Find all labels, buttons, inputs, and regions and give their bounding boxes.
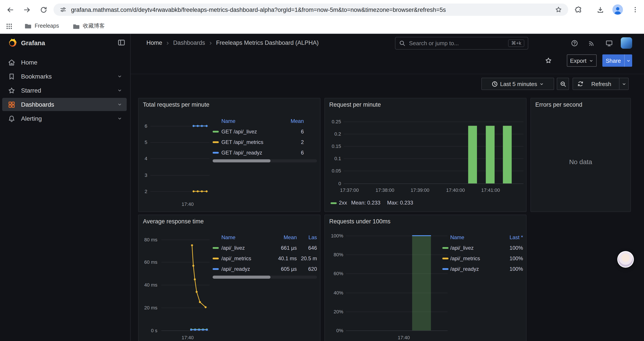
refresh-button[interactable]: Refresh: [572, 78, 629, 90]
url-text[interactable]: grafana.mathmast.com/d/deytv4rwavabkb/fr…: [71, 6, 550, 13]
profile-avatar[interactable]: [612, 4, 624, 15]
legend-header-last[interactable]: Las: [297, 234, 317, 240]
y-tick: 40%: [325, 290, 343, 295]
chevron-down-icon[interactable]: [117, 102, 122, 107]
y-tick: 4: [138, 156, 147, 161]
bookmark-blog[interactable]: 收藏博客: [73, 22, 105, 30]
legend-header-name[interactable]: Name: [450, 234, 499, 240]
search-icon: [399, 40, 406, 47]
help-icon[interactable]: [571, 40, 578, 47]
grafana-logo[interactable]: [6, 38, 18, 49]
chevron-down-icon[interactable]: [117, 88, 122, 93]
baseline: [161, 330, 210, 331]
bookmark-freeleaps[interactable]: Freeleaps: [24, 22, 59, 30]
y-tick: 60 ms: [138, 259, 158, 265]
monitor-icon[interactable]: [606, 40, 613, 47]
panel-title[interactable]: Average response time: [143, 218, 204, 225]
scrollbar-thumb[interactable]: [212, 159, 270, 162]
breadcrumb-home[interactable]: Home: [146, 40, 162, 47]
x-tick: 17:40: [395, 335, 412, 340]
legend-header-name[interactable]: Name: [222, 118, 281, 124]
legend-table: Name Mean GET /api/_livez 6 GET /api/_me…: [212, 116, 317, 158]
back-button[interactable]: [4, 4, 16, 15]
bookmark-star-icon[interactable]: [555, 6, 562, 13]
time-range-picker[interactable]: Last 5 minutes: [481, 78, 554, 90]
sidebar-item-home[interactable]: Home: [2, 56, 127, 69]
series-name[interactable]: /api/_readyz: [450, 266, 499, 272]
series-chip: [442, 268, 448, 270]
downloads-icon[interactable]: [594, 4, 606, 15]
series-last: 100%: [499, 266, 523, 272]
sidebar-item-starred[interactable]: Starred: [2, 84, 127, 97]
panel-title[interactable]: Errors per second: [535, 101, 582, 108]
panel-title[interactable]: Requests under 100ms: [329, 218, 390, 225]
legend-header-row: Name Last *: [442, 232, 523, 243]
apps-grid-icon[interactable]: [6, 23, 13, 30]
series-name[interactable]: /api/_metrics: [450, 255, 499, 261]
rss-news-icon[interactable]: [588, 40, 595, 47]
share-button[interactable]: Share: [602, 55, 632, 67]
legend-header-last[interactable]: Last *: [499, 234, 523, 240]
user-avatar[interactable]: [621, 37, 632, 49]
brand-name: Grafana: [21, 40, 45, 47]
panel-title[interactable]: Total requests per minute: [143, 101, 209, 108]
y-tick: 0.15: [325, 144, 341, 149]
legend-header-mean[interactable]: Mean: [275, 234, 297, 240]
chevron-down-icon[interactable]: [117, 74, 122, 79]
y-tick: 0.25: [325, 119, 341, 124]
x-tick: 17:39:00: [410, 187, 430, 193]
legend-header-name[interactable]: Name: [222, 234, 275, 240]
sidebar-item-dashboards[interactable]: Dashboards: [2, 98, 127, 111]
zoom-out-icon: [560, 81, 566, 87]
refresh-label: Refresh: [584, 81, 619, 87]
refresh-icon: [577, 81, 584, 87]
sidebar-item-bookmarks[interactable]: Bookmarks: [2, 70, 127, 83]
floating-assistant-avatar[interactable]: [617, 251, 634, 268]
screen: grafana.mathmast.com/d/deytv4rwavabkb/fr…: [0, 0, 644, 341]
zoom-out-button[interactable]: [557, 78, 569, 90]
series-name[interactable]: /api/_livez: [450, 245, 499, 251]
series-name[interactable]: 2xx: [339, 199, 347, 206]
x-tick: 17:41:00: [481, 187, 500, 193]
legend-scrollbar[interactable]: [212, 159, 317, 162]
series-name[interactable]: GET /api/_readyz: [222, 150, 281, 156]
legend-row: GET /api/_readyz 6: [212, 147, 317, 158]
reload-button[interactable]: [38, 4, 49, 15]
search-box[interactable]: ⌘+k: [395, 37, 528, 50]
export-button[interactable]: Export: [567, 55, 597, 67]
panel-errors-per-second: Errors per second No data: [530, 98, 631, 212]
series-name[interactable]: GET /api/_metrics: [222, 139, 281, 145]
favorite-star-icon[interactable]: [545, 57, 552, 64]
address-bar[interactable]: grafana.mathmast.com/d/deytv4rwavabkb/fr…: [54, 4, 568, 16]
panel-title[interactable]: Request per minute: [329, 101, 381, 108]
dock-sidebar-icon[interactable]: [118, 39, 126, 47]
legend-table: Name Mean Las /api/_livez 661 µs 646 /ap…: [212, 232, 317, 274]
series-last: 620: [297, 266, 317, 272]
series-name[interactable]: /api/_readyz: [222, 266, 275, 272]
refresh-interval-chevron-icon[interactable]: [620, 81, 628, 86]
browser-menu-icon[interactable]: [630, 4, 641, 15]
series-chip: [212, 152, 219, 154]
site-settings-icon[interactable]: [60, 6, 67, 13]
sidebar-item-label: Dashboards: [21, 101, 54, 108]
extensions-icon[interactable]: [572, 4, 584, 15]
chevron-down-icon[interactable]: [117, 116, 122, 121]
series-name[interactable]: GET /api/_livez: [222, 129, 281, 135]
series-name[interactable]: /api/_livez: [222, 245, 275, 251]
total-requests-chart: [150, 126, 210, 191]
legend-row: /api/_readyz 100%: [442, 264, 523, 274]
legend-scrollbar[interactable]: [212, 276, 317, 279]
series-mean: 6: [281, 129, 304, 135]
search-input[interactable]: [409, 40, 504, 47]
time-range-label: Last 5 minutes: [500, 81, 537, 87]
sidebar-item-alerting[interactable]: Alerting: [2, 112, 127, 125]
baseline: [346, 330, 448, 331]
series-chip: [212, 247, 219, 249]
home-icon: [8, 59, 15, 66]
share-menu-chevron-icon[interactable]: [625, 58, 632, 63]
breadcrumb-dashboards[interactable]: Dashboards: [173, 40, 205, 47]
series-name[interactable]: /api/_metrics: [222, 255, 275, 261]
legend-header-mean[interactable]: Mean: [281, 118, 304, 124]
scrollbar-thumb[interactable]: [212, 276, 270, 279]
forward-button[interactable]: [21, 4, 32, 15]
